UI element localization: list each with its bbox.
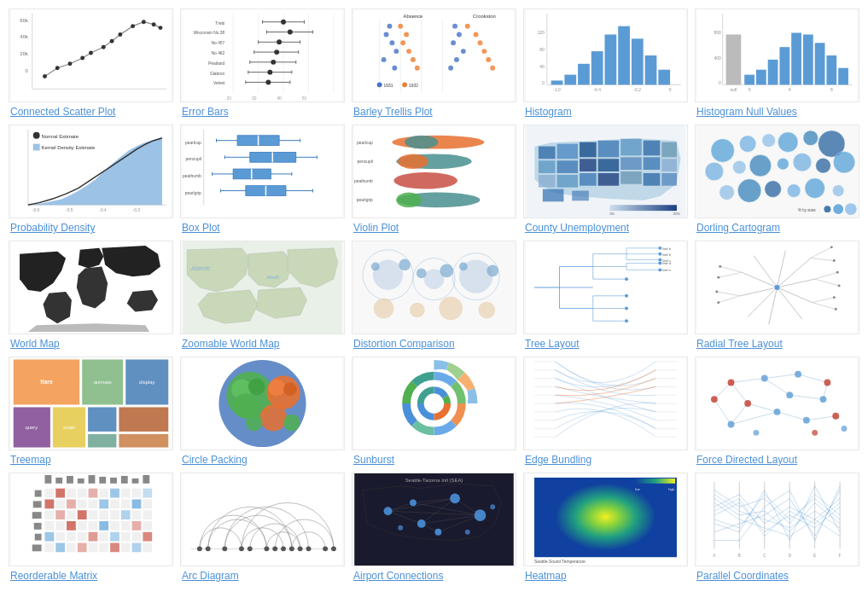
svg-point-8: [55, 66, 60, 70]
item-histogram[interactable]: 0 40 80 120 -1.0 -0.4 -0.2 0: [523, 9, 688, 118]
item-dorling-cartogram[interactable]: % by state Dorling Cartogram: [695, 125, 859, 234]
svg-point-405: [812, 430, 818, 436]
svg-point-258: [439, 297, 462, 320]
svg-point-216: [711, 139, 734, 162]
item-treemap[interactable]: flare animate display query scale Treema…: [9, 357, 173, 466]
svg-point-220: [803, 131, 818, 146]
item-connected-scatter[interactable]: 60k 40k 20k 0 Connected S: [9, 9, 173, 118]
svg-point-79: [411, 57, 416, 62]
svg-rect-191: [580, 142, 597, 158]
item-probability-density[interactable]: Normal Estimate Kernel Density Estimate …: [9, 125, 173, 234]
label-parallel-coordinates: Parallel Coordinates: [695, 570, 859, 582]
item-world-map[interactable]: World Map: [9, 241, 173, 350]
svg-text:Velvet: Velvet: [213, 81, 225, 85]
svg-point-12: [102, 45, 106, 49]
svg-rect-192: [598, 141, 620, 158]
svg-point-83: [452, 24, 457, 29]
item-tree-layout[interactable]: leaf a leaf b leaf c leaf d leaf e Tree …: [523, 241, 688, 350]
svg-rect-203: [539, 175, 556, 188]
svg-text:A: A: [713, 554, 715, 558]
item-force-directed[interactable]: Force Directed Layout: [695, 357, 859, 466]
svg-rect-437: [78, 499, 87, 508]
svg-rect-450: [110, 510, 119, 519]
svg-point-229: [719, 185, 735, 200]
svg-rect-409: [55, 478, 62, 484]
svg-point-490: [248, 546, 253, 551]
svg-rect-460: [110, 521, 119, 531]
item-heatmap[interactable]: low high Seattle-Sound Temperature Heatm…: [523, 473, 688, 582]
svg-rect-196: [539, 160, 556, 173]
item-distortion-comparison[interactable]: Distortion Comparison: [352, 241, 516, 350]
item-barley-trellis[interactable]: Absence Crookston: [352, 9, 516, 118]
thumb-sunburst: [352, 357, 516, 450]
svg-point-494: [289, 546, 294, 551]
item-airport-connections[interactable]: Seattle-Tacoma Intl (SEA) Airport Connec…: [352, 473, 516, 582]
svg-point-392: [728, 380, 735, 386]
svg-text:800: 800: [714, 31, 721, 35]
svg-text:-0.6: -0.6: [32, 208, 40, 212]
item-radial-tree-layout[interactable]: Radial Tree Layout: [695, 241, 859, 350]
thumb-edge-bundling: [523, 357, 688, 450]
item-histogram-null[interactable]: null 0 4 8 0 400 800 Histogr: [695, 9, 859, 118]
svg-text:low: low: [635, 487, 640, 491]
svg-rect-212: [609, 205, 677, 211]
svg-point-518: [465, 530, 470, 535]
svg-rect-461: [121, 521, 131, 531]
svg-point-511: [384, 507, 393, 515]
svg-rect-202: [661, 159, 677, 171]
thumb-treemap: flare animate display query scale: [9, 357, 173, 450]
svg-rect-426: [67, 489, 76, 498]
svg-point-89: [461, 49, 466, 54]
svg-rect-144: [33, 144, 40, 151]
svg-text:40k: 40k: [20, 34, 28, 39]
label-zoomable-world-map: Zoomable World Map: [180, 338, 345, 350]
svg-rect-484: [183, 473, 342, 566]
svg-point-78: [382, 57, 387, 62]
item-arc-diagram[interactable]: Arc Diagram: [180, 473, 345, 582]
svg-rect-443: [143, 499, 152, 508]
svg-rect-428: [89, 489, 98, 498]
item-box-plot[interactable]: pearlcup pencupil peathumb pearlgrip: [180, 125, 345, 234]
label-reorderable-matrix: Reorderable Matrix: [9, 570, 173, 582]
svg-rect-481: [121, 542, 131, 552]
svg-rect-430: [110, 489, 119, 498]
svg-point-187: [396, 193, 421, 208]
svg-rect-424: [45, 489, 55, 498]
item-zoomable-world-map[interactable]: Atlantic Medit. Zoomable World Map: [180, 241, 345, 350]
svg-rect-442: [132, 499, 142, 508]
thumb-barley-trellis: Absence Crookston: [352, 9, 516, 102]
item-edge-bundling[interactable]: Edge Bundling: [523, 357, 688, 466]
svg-point-397: [774, 409, 781, 415]
svg-point-396: [786, 392, 793, 398]
svg-rect-441: [121, 499, 131, 508]
svg-point-281: [658, 247, 661, 250]
label-box-plot: Box Plot: [180, 222, 345, 234]
item-violin-plot[interactable]: pearlcup pencupil peathumb pearlgrip Vio…: [352, 125, 516, 234]
item-reorderable-matrix[interactable]: Reorderable Matrix: [9, 473, 173, 582]
svg-point-85: [457, 32, 462, 38]
label-heatmap: Heatmap: [523, 570, 688, 582]
svg-rect-107: [564, 75, 576, 85]
svg-text:-0.5: -0.5: [66, 208, 73, 212]
svg-point-224: [749, 154, 772, 177]
item-circle-packing[interactable]: Circle Packing: [180, 357, 345, 466]
svg-point-84: [465, 24, 470, 29]
item-error-bars[interactable]: 20 30 40 50 Trebi Wisconsin No.38 No.457…: [180, 9, 345, 118]
svg-point-225: [778, 158, 789, 170]
svg-text:8: 8: [830, 88, 833, 92]
svg-point-7: [43, 74, 47, 78]
svg-point-71: [398, 24, 403, 29]
label-force-directed: Force Directed Layout: [695, 454, 859, 466]
svg-rect-416: [132, 479, 139, 484]
svg-point-406: [842, 426, 848, 432]
thumb-arc-diagram: [180, 473, 345, 566]
svg-text:Absence: Absence: [404, 14, 423, 19]
item-county-unemployment[interactable]: 0% 20% County Unemployment: [523, 125, 688, 234]
svg-point-18: [159, 26, 163, 30]
svg-rect-453: [143, 510, 152, 519]
item-sunburst[interactable]: Sunburst: [352, 357, 516, 466]
svg-rect-111: [618, 26, 630, 85]
svg-point-403: [711, 396, 718, 403]
svg-point-92: [486, 57, 491, 62]
item-parallel-coordinates[interactable]: A B C D E F Parallel Coordinates: [695, 473, 859, 582]
